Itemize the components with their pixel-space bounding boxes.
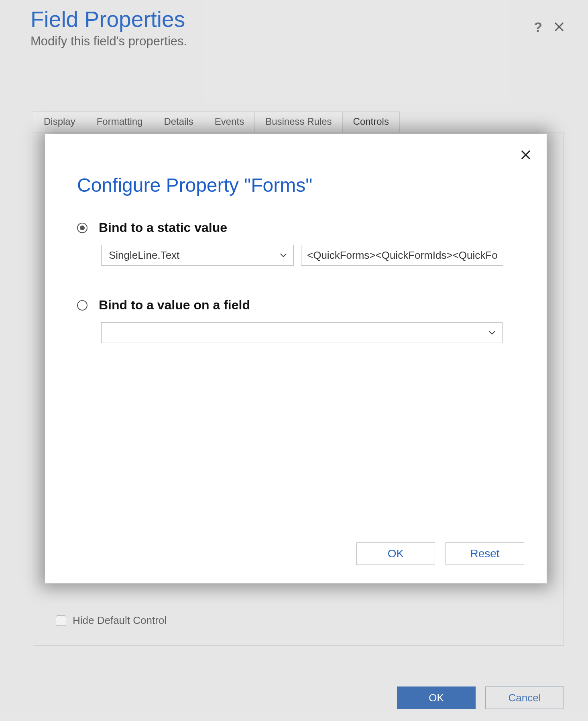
- hide-default-control-row: Hide Default Control: [56, 614, 167, 627]
- bind-field-fields: [101, 322, 531, 343]
- bind-field-label: Bind to a value on a field: [99, 298, 250, 313]
- hide-default-control-label: Hide Default Control: [73, 614, 167, 627]
- bind-static-label: Bind to a static value: [99, 220, 227, 235]
- dialog-header: Field Properties Modify this field's pro…: [31, 7, 572, 49]
- tab-controls[interactable]: Controls: [342, 112, 400, 132]
- static-value-text: <QuickForms><QuickFormIds><QuickFo: [307, 249, 498, 262]
- configure-property-dialog: Configure Property "Forms" Bind to a sta…: [45, 134, 547, 583]
- dialog-header-actions: ?: [534, 20, 565, 34]
- help-icon[interactable]: ?: [534, 20, 542, 34]
- bind-static-option: Bind to a static value: [77, 220, 531, 235]
- reset-button[interactable]: Reset: [446, 542, 524, 565]
- ok-button[interactable]: OK: [356, 542, 435, 565]
- configure-property-title: Configure Property "Forms": [77, 174, 531, 196]
- tab-list: Display Formatting Details Events Busine…: [33, 112, 564, 132]
- tab-formatting[interactable]: Formatting: [86, 112, 154, 132]
- cancel-button[interactable]: Cancel: [485, 686, 564, 709]
- bind-static-radio[interactable]: [77, 223, 87, 233]
- chevron-down-icon: [488, 328, 496, 337]
- tab-events[interactable]: Events: [204, 112, 255, 132]
- static-type-value: SingleLine.Text: [109, 249, 179, 262]
- close-icon[interactable]: [553, 21, 565, 32]
- ok-button[interactable]: OK: [397, 686, 476, 709]
- hide-default-control-checkbox[interactable]: [56, 615, 66, 626]
- tab-display[interactable]: Display: [33, 112, 86, 132]
- dialog-footer: OK Cancel: [397, 686, 564, 709]
- tab-business-rules[interactable]: Business Rules: [254, 112, 342, 132]
- bind-static-fields: SingleLine.Text <QuickForms><QuickFormId…: [101, 245, 531, 266]
- bind-field-option: Bind to a value on a field: [77, 298, 531, 313]
- dialog-title: Field Properties: [31, 7, 572, 32]
- dialog-subtitle: Modify this field's properties.: [31, 34, 572, 49]
- tab-details[interactable]: Details: [153, 112, 204, 132]
- chevron-down-icon: [279, 251, 288, 260]
- configure-property-footer: OK Reset: [356, 542, 524, 565]
- close-icon[interactable]: [520, 149, 531, 160]
- static-value-input[interactable]: <QuickForms><QuickFormIds><QuickFo: [301, 245, 503, 266]
- field-select[interactable]: [101, 322, 503, 343]
- bind-field-radio[interactable]: [77, 300, 87, 311]
- static-type-select[interactable]: SingleLine.Text: [101, 245, 294, 266]
